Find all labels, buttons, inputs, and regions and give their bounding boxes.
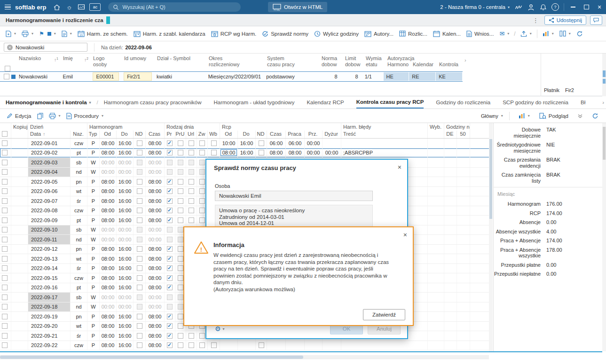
cell-typ[interactable]: P (87, 341, 100, 350)
share-button[interactable]: Udostępnij (544, 15, 586, 25)
cell-nd[interactable] (134, 206, 146, 216)
cell-nd[interactable] (134, 187, 146, 196)
cell-day[interactable]: pn (71, 245, 87, 254)
cell-tresc[interactable] (341, 341, 428, 350)
cell-typ[interactable]: P (87, 187, 100, 196)
cell-typ[interactable]: W (87, 225, 100, 235)
cell-czas[interactable]: 08:00 (146, 341, 165, 350)
chart-button[interactable]: ▾ (516, 110, 533, 122)
cell-pru[interactable] (175, 148, 186, 158)
cell-c50[interactable] (457, 264, 470, 273)
cell-date[interactable]: 2022-09-05 (28, 177, 71, 186)
column-header-wb[interactable]: Wb (208, 131, 220, 138)
cell-pr[interactable] (165, 187, 175, 196)
cell-od[interactable]: 08:00 (100, 273, 117, 283)
cell-pr[interactable] (165, 341, 175, 350)
cell-url[interactable] (186, 216, 197, 225)
print-button[interactable]: ▾ (19, 28, 36, 40)
cell-pr[interactable] (165, 293, 175, 302)
cell-typ[interactable]: P (87, 273, 100, 283)
checkbox-nd[interactable] (137, 275, 142, 281)
tab-kalendarz-rcp[interactable]: Kalendarz RCP (307, 96, 344, 108)
cell-czas[interactable]: 08:00 (146, 206, 165, 216)
cell-typ[interactable]: P (87, 206, 100, 216)
cell-do[interactable]: 00:00 (117, 225, 134, 235)
cell-date[interactable]: 2022-09-21 (28, 331, 71, 341)
cell-url[interactable] (186, 139, 197, 148)
row-checkbox[interactable] (2, 208, 8, 213)
cell-do[interactable]: 16:00 (117, 312, 134, 321)
cell-date[interactable]: 2022-09-14 (28, 264, 71, 273)
cell-de[interactable] (444, 273, 457, 283)
column-header-logo[interactable]: Logoosoby (90, 55, 121, 68)
view-context-selector[interactable]: Harmonogramowanie i kontrola▾ (6, 100, 91, 105)
cell-date[interactable]: 2022-09-22 (28, 341, 71, 350)
checkbox-pru[interactable] (178, 179, 183, 185)
cell-day[interactable]: pn (71, 312, 87, 321)
checkbox-nd[interactable] (137, 150, 142, 155)
cell-od[interactable]: 00:00 (100, 225, 117, 235)
cell-od[interactable]: 08:00 (100, 177, 117, 186)
filter-chip[interactable]: × Nowakowski (4, 43, 87, 52)
checkbox-url[interactable] (189, 160, 194, 165)
layout-button[interactable]: ▾ (557, 28, 574, 40)
checkbox-pr[interactable] (167, 304, 173, 310)
checkbox-nd[interactable] (137, 160, 142, 165)
checkbox-pr[interactable] (167, 169, 173, 175)
cell-prz[interactable]: 00:00 (305, 148, 323, 158)
checkbox-nd[interactable] (137, 169, 142, 175)
cell-od[interactable]: 08:00 (100, 283, 117, 293)
checkbox-zw[interactable] (199, 198, 205, 204)
cell-od[interactable]: 08:00 (100, 331, 117, 341)
collapse-panel-icon[interactable] (575, 110, 585, 122)
cell-od[interactable]: 08:00 (100, 254, 117, 263)
cell-url[interactable] (186, 341, 197, 350)
column-header-nazwisko[interactable]: Nazwisko↑1 (16, 55, 60, 68)
cell-do[interactable]: 16:00 (117, 148, 134, 158)
column-header-pr[interactable]: Pr (165, 131, 175, 138)
column-header-prz[interactable]: Prz. (305, 131, 323, 138)
close-icon[interactable]: × (398, 163, 401, 171)
cell-date[interactable]: 2022-09-04 (28, 168, 71, 177)
cell-c50[interactable] (457, 158, 470, 167)
checkbox-pr[interactable] (167, 275, 173, 281)
checkbox-nd[interactable] (137, 265, 142, 271)
cell-nd[interactable] (134, 168, 146, 177)
layout-selector[interactable]: Główny▾ (481, 113, 503, 119)
row-checkbox[interactable] (2, 227, 8, 232)
cell-de[interactable] (444, 235, 457, 244)
cell-de[interactable] (444, 216, 457, 225)
cell-url[interactable] (186, 331, 197, 341)
cell-od[interactable]: 08:00 (100, 341, 117, 350)
cell-nd[interactable] (134, 177, 146, 186)
column-header-nd[interactable]: ND (134, 131, 146, 138)
cell-de[interactable] (444, 187, 457, 196)
gear-icon[interactable]: ⚙▾ (215, 325, 225, 333)
cell-c50[interactable] (457, 331, 470, 341)
toolbar-button-rozliczenie[interactable]: Rozlic... (396, 28, 430, 40)
checkbox-pru[interactable] (178, 208, 183, 213)
column-header-praca[interactable]: Praca (286, 131, 305, 138)
cell-nd[interactable] (134, 158, 146, 167)
checkbox-pr[interactable] (167, 217, 173, 223)
checkbox-nd[interactable] (137, 217, 142, 223)
checkbox-nd[interactable] (137, 179, 142, 185)
column-header-imie[interactable]: Imię↑2 (60, 55, 90, 68)
cell-do[interactable]: 16:00 (117, 187, 134, 196)
checkbox-pru[interactable] (178, 275, 183, 281)
checkbox-pr[interactable] (167, 285, 173, 290)
cell-c50[interactable] (457, 225, 470, 235)
row-checkbox[interactable] (2, 265, 8, 271)
cell-od[interactable]: 00:00 (100, 302, 117, 312)
cell-c50[interactable] (457, 216, 470, 225)
checkbox-url[interactable] (189, 198, 194, 204)
cell-pr[interactable] (165, 139, 175, 148)
checkbox-pru[interactable] (178, 265, 183, 271)
cell-dyzur[interactable] (323, 341, 341, 350)
person-field[interactable]: Nowakowski Emil (215, 191, 373, 201)
cell-c50[interactable] (457, 245, 470, 254)
cell-nd[interactable] (134, 148, 146, 158)
checkbox-pru[interactable] (178, 342, 183, 348)
cell-date[interactable]: 2022-09-15 (28, 273, 71, 283)
cell-typ[interactable]: P (87, 322, 100, 331)
